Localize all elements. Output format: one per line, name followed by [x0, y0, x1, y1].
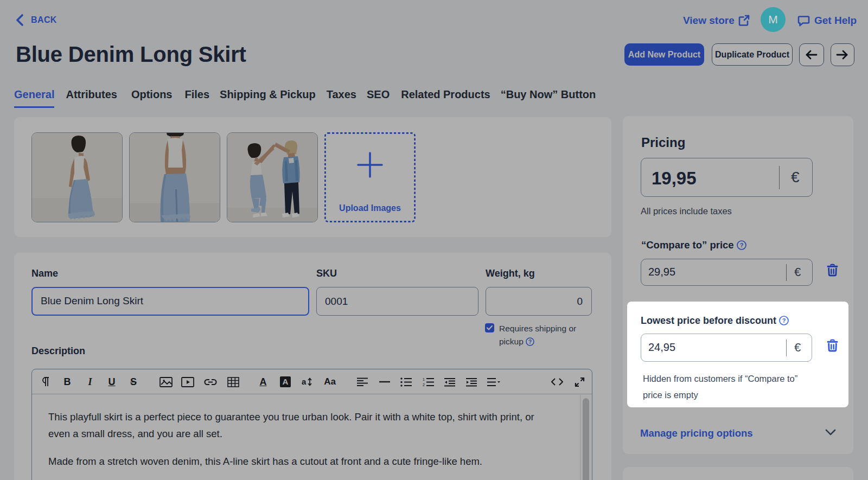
svg-text:?: ?	[782, 317, 786, 324]
